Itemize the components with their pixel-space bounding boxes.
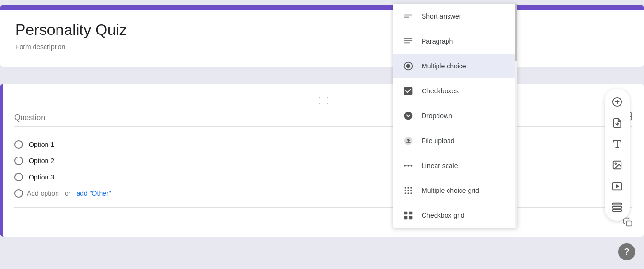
file-upload-icon bbox=[402, 135, 414, 146]
svg-point-21 bbox=[407, 190, 409, 191]
svg-point-25 bbox=[410, 192, 412, 194]
dropdown-item-label: Short answer bbox=[422, 12, 461, 20]
dropdown-item-label: Checkbox grid bbox=[422, 212, 465, 219]
svg-marker-37 bbox=[616, 185, 619, 188]
svg-rect-7 bbox=[404, 43, 410, 44]
add-option-row: Add option or add "Other" bbox=[14, 185, 632, 202]
svg-point-14 bbox=[407, 165, 409, 166]
scrollbar-thumb[interactable] bbox=[515, 4, 518, 61]
svg-point-11 bbox=[404, 112, 413, 120]
dropdown-icon bbox=[402, 110, 414, 122]
svg-point-16 bbox=[411, 165, 412, 166]
divider bbox=[14, 207, 632, 208]
svg-point-9 bbox=[406, 64, 410, 68]
connector-text: or bbox=[65, 190, 70, 197]
import-questions-button[interactable] bbox=[608, 113, 627, 133]
dropdown-item-label: Paragraph bbox=[422, 37, 453, 45]
add-section-button[interactable] bbox=[608, 198, 627, 217]
add-question-button[interactable] bbox=[608, 92, 627, 112]
list-item: Option 2 bbox=[14, 153, 632, 169]
svg-rect-29 bbox=[409, 216, 413, 220]
svg-rect-2 bbox=[627, 221, 632, 226]
dropdown-item-checkbox-grid[interactable]: Checkbox grid bbox=[393, 203, 518, 228]
dropdown-item-dropdown[interactable]: Dropdown bbox=[393, 103, 518, 128]
dropdown-item-linear-scale[interactable]: Linear scale bbox=[393, 153, 518, 178]
question-card: ⋮⋮ Option 1 Option 2 bbox=[0, 84, 644, 237]
svg-point-17 bbox=[405, 187, 406, 189]
list-item: Option 3 bbox=[14, 169, 632, 185]
checkbox-grid-icon bbox=[402, 210, 414, 221]
options-list: Option 1 Option 2 Option 3 Add option or… bbox=[14, 136, 632, 202]
add-title-button[interactable] bbox=[608, 134, 627, 154]
dropdown-item-checkboxes[interactable]: Checkboxes bbox=[393, 78, 518, 103]
option-label-3: Option 3 bbox=[29, 173, 54, 181]
svg-point-20 bbox=[405, 190, 406, 191]
help-icon: ? bbox=[624, 247, 630, 257]
svg-point-12 bbox=[404, 165, 406, 166]
dropdown-item-label: Multiple choice grid bbox=[422, 187, 479, 194]
svg-rect-26 bbox=[404, 212, 408, 215]
paragraph-icon bbox=[402, 35, 414, 47]
add-image-button[interactable] bbox=[608, 156, 627, 175]
option-label-2: Option 2 bbox=[29, 157, 54, 165]
form-description[interactable]: Form description bbox=[15, 43, 65, 53]
header-card: Personality Quiz Form description bbox=[0, 5, 644, 67]
dropdown-item-multiple-choice[interactable]: Multiple choice bbox=[393, 54, 518, 78]
list-item: Option 1 bbox=[14, 136, 632, 153]
svg-point-35 bbox=[615, 163, 616, 164]
svg-rect-39 bbox=[613, 206, 621, 208]
radio-option-2 bbox=[14, 157, 23, 165]
dropdown-item-label: File upload bbox=[422, 137, 455, 145]
dropdown-item-multiple-choice-grid[interactable]: Multiple choice grid bbox=[393, 178, 518, 203]
option-label-1: Option 1 bbox=[29, 141, 54, 148]
svg-rect-3 bbox=[404, 15, 413, 16]
multiple-choice-icon bbox=[402, 60, 414, 72]
svg-rect-40 bbox=[613, 210, 621, 212]
card-footer bbox=[14, 213, 632, 229]
right-toolbar bbox=[605, 89, 630, 221]
dropdown-item-paragraph[interactable]: Paragraph bbox=[393, 29, 518, 54]
copy-icon[interactable] bbox=[623, 217, 632, 229]
linear-scale-icon bbox=[402, 160, 414, 171]
form-title: Personality Quiz bbox=[15, 21, 629, 39]
checkboxes-icon bbox=[402, 85, 414, 97]
short-answer-icon bbox=[402, 11, 414, 22]
svg-point-18 bbox=[407, 187, 409, 189]
dropdown-item-label: Checkboxes bbox=[422, 87, 459, 95]
svg-rect-38 bbox=[613, 203, 621, 205]
svg-rect-4 bbox=[404, 17, 409, 18]
add-other-link[interactable]: add "Other" bbox=[76, 190, 111, 197]
page-wrapper: Personality Quiz Form description ⋮⋮ Opt… bbox=[0, 0, 644, 269]
svg-rect-6 bbox=[404, 40, 413, 41]
dropdown-item-label: Linear scale bbox=[422, 162, 458, 169]
svg-rect-27 bbox=[409, 212, 413, 215]
radio-option-1 bbox=[14, 140, 23, 149]
svg-rect-5 bbox=[404, 38, 413, 39]
drag-handle: ⋮⋮ bbox=[14, 95, 632, 106]
add-video-button[interactable] bbox=[608, 177, 627, 196]
question-input[interactable] bbox=[14, 113, 617, 122]
svg-point-19 bbox=[410, 187, 412, 189]
dropdown-item-label: Multiple choice bbox=[422, 62, 466, 70]
svg-point-23 bbox=[405, 192, 406, 194]
dropdown-item-file-upload[interactable]: File upload bbox=[393, 128, 518, 153]
dropdown-menu: Short answer Paragraph Multiple choice bbox=[393, 4, 518, 228]
question-row bbox=[14, 112, 632, 127]
dropdown-item-label: Dropdown bbox=[422, 112, 452, 120]
multiple-choice-grid-icon bbox=[402, 185, 414, 196]
svg-point-22 bbox=[410, 190, 412, 191]
svg-point-24 bbox=[407, 192, 409, 194]
scrollbar-track bbox=[515, 4, 518, 228]
radio-option-3 bbox=[14, 173, 23, 181]
add-option-text[interactable]: Add option bbox=[27, 190, 59, 197]
radio-add bbox=[14, 189, 23, 198]
help-button[interactable]: ? bbox=[618, 243, 635, 260]
svg-rect-28 bbox=[404, 216, 408, 220]
dropdown-item-short-answer[interactable]: Short answer bbox=[393, 4, 518, 29]
